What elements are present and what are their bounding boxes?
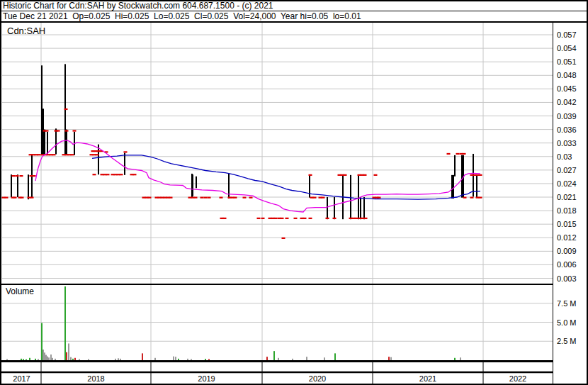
close-tick [16,175,19,177]
close-tick [5,197,9,199]
quote-summary-line: Tue Dec 21 2021 Op=0.025 Hi=0.025 Lo=0.0… [3,12,361,21]
close-tick [303,218,307,219]
volume-bar [74,358,76,360]
price-axis-label: 0.015 [557,220,577,228]
close-tick [223,218,227,219]
volume-bar [460,357,461,360]
close-tick [200,197,204,199]
price-axis-label: 0.003 [557,274,577,283]
close-tick [257,218,261,219]
volume-axis-label: 2.5 M [557,337,577,345]
volume-bar [43,350,44,360]
volume-bar [47,357,48,360]
close-tick [93,174,96,175]
price-range-bar [124,153,125,175]
close-tick [71,154,74,155]
close-tick [243,197,247,199]
volume-baseline [1,360,553,362]
price-axis-label: 0.057 [557,30,577,39]
year-axis-label: 2020 [309,374,326,383]
volume-bar [390,357,392,360]
close-tick [355,218,358,219]
close-tick [12,175,16,177]
price-axis-label: 0.012 [557,233,577,242]
volume-bar [306,357,307,360]
close-tick [309,174,312,176]
close-tick [204,197,208,199]
price-range-bar [461,155,463,198]
price-axis-label: 0.009 [557,247,577,255]
volume-axis-label: 7.5 M [557,299,577,308]
volume-bar [120,359,121,360]
close-tick [261,218,265,219]
close-tick [45,130,49,131]
volume-bar [266,357,268,360]
price-axis-label: 0.048 [557,71,577,79]
volume-bar [273,351,275,360]
price-range-bar [228,174,230,199]
price-range-bar [454,155,456,177]
close-tick [52,154,56,155]
volume-bar [72,359,74,360]
price-range-bar [11,174,12,197]
volume-bar [6,359,8,360]
price-range-bar [360,197,361,219]
close-tick [169,197,173,199]
price-range-bar [17,174,18,197]
price-range-bar [451,175,453,199]
volume-bar [64,286,66,360]
stock-chart-window: Historic Chart for Cdn:SAH by Stockwatch… [0,0,588,385]
volume-bar [29,358,30,360]
close-tick [447,153,451,155]
close-tick [313,197,317,199]
price-range-bar [358,175,359,219]
volume-bar [115,359,116,360]
price-range-bar [98,145,99,175]
close-tick [322,197,325,199]
close-tick [282,238,285,239]
close-tick [363,174,367,176]
price-axis-label: 0.045 [557,84,577,93]
stock-chart-canvas [0,0,588,385]
close-tick [364,218,368,219]
moving-average-long-line [92,155,480,199]
price-range-bar [28,174,29,199]
price-axis-label: 0.021 [557,193,577,201]
price-range-bar [476,175,477,198]
volume-bar [50,355,52,360]
volume-bar [118,358,119,360]
close-tick [378,197,381,199]
volume-bar [187,359,188,360]
price-range-bar [66,130,67,155]
price-range-bar [43,108,44,155]
price-axis-label: 0.042 [557,98,577,106]
chart-title: Historic Chart for Cdn:SAH by Stockwatch… [3,1,273,11]
volume-bar [208,359,210,360]
close-tick [470,197,474,199]
year-axis-label: 2018 [87,374,104,383]
volume-bar [324,357,325,360]
volume-bar [178,359,179,360]
close-tick [65,130,69,131]
close-tick [220,197,223,199]
price-range-bar [334,197,335,219]
price-range-bar [55,128,57,154]
close-tick [281,218,284,219]
volume-bar [334,353,336,360]
close-tick [120,174,123,175]
close-tick [285,218,289,219]
price-axis-label: 0.033 [557,139,577,147]
volume-bar [68,343,69,360]
close-tick [249,197,253,199]
price-axis-label: 0.03 [557,152,572,161]
price-range-bar [363,197,365,219]
close-tick [73,130,77,131]
year-axis-label: 2017 [13,374,30,383]
close-tick [479,174,482,176]
close-tick [344,174,347,176]
price-axis-label: 0.051 [557,57,577,66]
close-tick [38,154,41,155]
close-tick [124,151,128,152]
volume-axis-label: 5.0 M [557,318,577,327]
close-tick [294,218,298,219]
